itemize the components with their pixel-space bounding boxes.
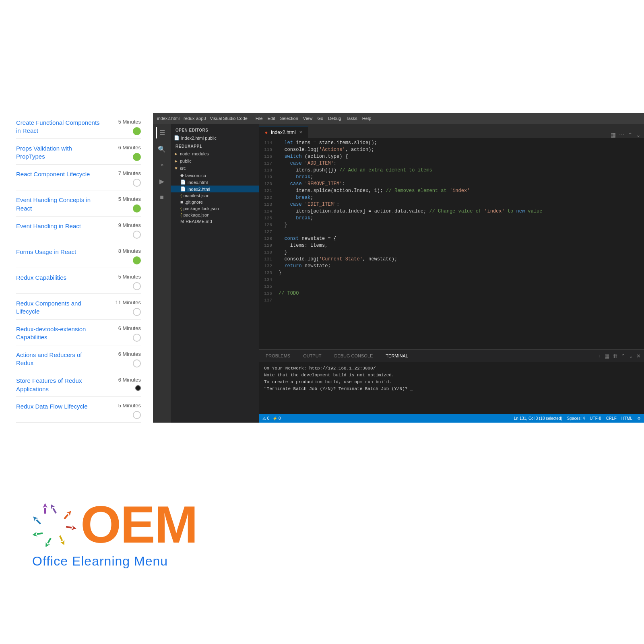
terminal-trash-icon[interactable]: 🗑: [613, 353, 618, 359]
favicon-file[interactable]: ◆ favicon.ico: [171, 172, 259, 179]
svg-marker-4: [71, 525, 76, 531]
code-content[interactable]: let items = state.items.slice(); console…: [275, 138, 644, 349]
lesson-title-11: Redux Data Flow Lifecycle: [16, 402, 101, 411]
expand-icon[interactable]: ⌄: [636, 132, 641, 138]
lesson-item-0[interactable]: Create Functional Components in React5 M…: [16, 113, 141, 139]
vscode-explorer-panel: OPEN EDITORS 📄 index2.html public REDUXA…: [171, 124, 259, 423]
package-lock-icon: {: [180, 206, 182, 211]
package-lock-file[interactable]: { package-lock.json: [171, 205, 259, 212]
favicon-icon: ◆: [180, 173, 184, 178]
debug-console-tab[interactable]: DEBUG CONSOLE: [331, 352, 376, 360]
more-actions-icon[interactable]: ⋯: [619, 132, 625, 138]
svg-rect-3: [64, 514, 68, 519]
lesson-item-11[interactable]: Redux Data Flow Lifecycle5 Minutes: [16, 397, 141, 423]
terminal-close-icon[interactable]: ✕: [636, 353, 641, 359]
open-editors-file[interactable]: 📄 index2.html public: [171, 134, 259, 142]
terminal-content[interactable]: On Your Network: http://192.168.1.22:300…: [259, 362, 644, 414]
error-count: ⚠ 0: [262, 416, 269, 421]
output-tab[interactable]: OUTPUT: [300, 352, 324, 360]
terminal-line: "Terminate Batch Job (Y/N)? Terminate Ba…: [264, 386, 639, 392]
code-line: }: [279, 249, 641, 256]
code-line: return newstate;: [279, 263, 641, 270]
lesson-title-6: Redux Capabilities: [16, 274, 101, 282]
activity-explorer-icon[interactable]: ☰: [156, 127, 167, 138]
activity-git-icon[interactable]: ⚬: [156, 159, 167, 171]
open-file-label: index2.html public: [181, 136, 217, 140]
lesson-item-10[interactable]: Store Features of Redux Applications6 Mi…: [16, 371, 141, 397]
line-number: 118: [259, 167, 272, 174]
terminal-split-icon[interactable]: ▦: [605, 353, 609, 359]
menu-item-go[interactable]: Go: [317, 116, 323, 121]
line-number: 127: [259, 229, 272, 235]
lesson-item-9[interactable]: Actions and Reducers of Redux6 Minutes: [16, 345, 141, 371]
code-area: 1141151161171181191201211221231241251261…: [259, 138, 644, 349]
code-line: break;: [279, 215, 641, 222]
lesson-item-8[interactable]: Redux-devtools-extension Capabilities6 M…: [16, 320, 141, 345]
warning-count: ⚡ 0: [272, 416, 281, 421]
lesson-left-3: Event Handling Concepts in React: [16, 196, 101, 213]
lesson-item-1[interactable]: Props Validation with PropTypes6 Minutes: [16, 139, 141, 165]
reduxapp-header: REDUXAPP1: [171, 142, 259, 150]
collapse-icon[interactable]: ⌃: [628, 132, 633, 138]
activity-search-icon[interactable]: 🔍: [156, 143, 167, 155]
package-json-file[interactable]: { package.json: [171, 212, 259, 218]
index2-html-file[interactable]: 📄 index2.html: [171, 186, 259, 192]
split-editor-icon[interactable]: ▦: [611, 132, 616, 138]
package-json-label: package.json: [184, 213, 210, 217]
editor-toolbar: ▦ ⋯ ⌃ ⌄: [607, 132, 644, 138]
lesson-left-5: Forms Usage in React: [16, 248, 101, 256]
terminal-collapse-icon[interactable]: ⌃: [621, 353, 625, 359]
lesson-status-1: [133, 153, 141, 161]
menu-item-file[interactable]: File: [256, 116, 263, 121]
line-number: 122: [259, 194, 272, 201]
menu-item-edit[interactable]: Edit: [268, 116, 275, 121]
gitignore-file[interactable]: ■ .gitignore: [171, 199, 259, 205]
statusbar-right: Ln 131, Col 3 (18 selected) Spaces: 4 UT…: [514, 416, 641, 421]
terminal-add-icon[interactable]: +: [598, 353, 601, 359]
code-line: items.splice(action.Index, 1); // Remove…: [279, 188, 641, 194]
lesson-item-3[interactable]: Event Handling Concepts in React5 Minute…: [16, 190, 141, 216]
readme-file[interactable]: M README.md: [171, 218, 259, 225]
lesson-item-7[interactable]: Redux Components and Lifecycle11 Minutes: [16, 294, 141, 320]
line-number: 133: [259, 270, 272, 277]
notification-icon: ⚙: [637, 416, 641, 421]
lesson-minutes-9: 6 Minutes: [118, 351, 141, 357]
menu-item-help[interactable]: Help: [362, 116, 372, 121]
node-modules-folder[interactable]: ► node_modules: [171, 150, 259, 157]
oem-logo-icon: [32, 502, 76, 547]
lesson-item-2[interactable]: React Component Lifecycle7 Minutes: [16, 165, 141, 190]
index-html-file[interactable]: 📄 index.html: [171, 179, 259, 186]
activity-extensions-icon[interactable]: ■: [156, 192, 167, 203]
menu-item-view[interactable]: View: [303, 116, 313, 121]
lesson-status-3: [133, 204, 141, 213]
menu-item-tasks[interactable]: Tasks: [346, 116, 357, 121]
lesson-item-5[interactable]: Forms Usage in React8 Minutes: [16, 242, 141, 268]
line-number: 117: [259, 160, 272, 167]
activity-debug-icon[interactable]: ▶: [156, 175, 167, 187]
terminal-expand-icon[interactable]: ⌄: [629, 353, 633, 359]
svg-rect-15: [44, 508, 46, 514]
menu-item-selection[interactable]: Selection: [280, 116, 298, 121]
manifest-file[interactable]: { manifest.json: [171, 192, 259, 199]
src-folder[interactable]: ▼ src: [171, 165, 259, 172]
code-line: [279, 283, 641, 290]
problems-tab[interactable]: PROBLEMS: [262, 352, 293, 360]
lesson-item-6[interactable]: Redux Capabilities5 Minutes: [16, 268, 141, 294]
menu-item-debug[interactable]: Debug: [328, 116, 341, 121]
lesson-right-1: 6 Minutes: [105, 144, 141, 161]
terminal-tab[interactable]: TERMINAL: [382, 352, 411, 360]
folder-label: node_modules: [180, 151, 209, 156]
public-folder[interactable]: ► public: [171, 157, 259, 165]
editor-tab-index2[interactable]: ● index2.html ✕: [259, 126, 308, 138]
tab-close-icon[interactable]: ✕: [299, 130, 302, 134]
lesson-right-8: 6 Minutes: [105, 325, 141, 342]
line-number: 119: [259, 174, 272, 181]
folder-icon-2: ►: [174, 159, 178, 163]
lesson-status-7: [133, 308, 141, 316]
vscode-titlebar: index2.html - redux-app3 - Visual Studio…: [153, 113, 644, 124]
lesson-minutes-10: 6 Minutes: [118, 377, 141, 383]
svg-marker-6: [60, 539, 66, 546]
lesson-title-7: Redux Components and Lifecycle: [16, 299, 101, 316]
lesson-item-4[interactable]: Event Handling in React9 Minutes: [16, 217, 141, 242]
code-line: items: items,: [279, 242, 641, 249]
